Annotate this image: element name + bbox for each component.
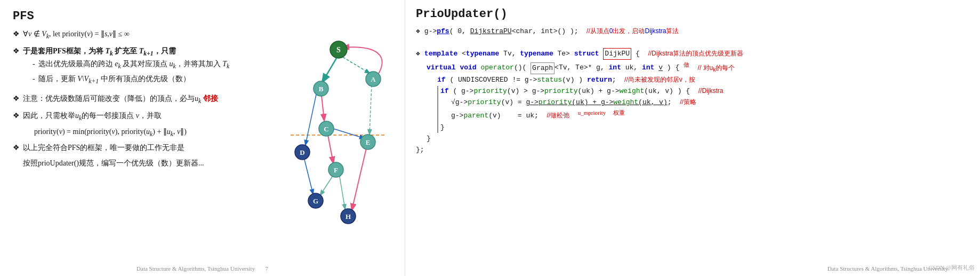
bullet-icon: ❖ [13,142,20,153]
left-panel: PFS ❖ ∀v ∉ Vk, let priority(v) = ‖s,v‖ ≤… [0,0,405,276]
code-line-2: ❖ template <typename Tv, typename Te> st… [416,48,969,60]
code-text: } [440,122,445,133]
code-text: } [427,133,431,144]
left-content: ❖ ∀v ∉ Vk, let priority(v) = ‖s,v‖ ≤ ∞ ❖… [13,28,392,262]
code-text: √g->priority(v) = g->priority(uk) + g->w… [451,97,696,108]
code-line-4: if ( UNDISCOVERED != g->status(v) ) retu… [437,75,969,85]
svg-text:S: S [336,46,341,54]
svg-line-7 [333,129,364,138]
code-line-3: virtual void operator()( Graph<Tv, Te>* … [427,60,969,74]
code-line-7: g->parent(v) = uk; //做松弛 u_mpriority 权重 [451,108,969,121]
bullet-text: 按照prioUpdater()规范，编写一个优先级（数）更新器... [23,157,204,169]
svg-text:B: B [319,85,324,93]
bracket-block: if ( g->priority(v) > g->priority(uk) + … [437,86,969,133]
right-title: PrioUpdater() [416,7,969,21]
code-bullet: ❖ [416,26,420,37]
svg-text:E: E [366,138,371,146]
list-item: ❖ 因此，只需枚举uk的每一邻接顶点 v，并取 [13,110,285,123]
svg-line-8 [352,148,366,210]
bullet-icon: ❖ [13,110,20,121]
sub-list-item: - 随后，更新 V\Vk+1 中所有顶点的优先级（数） [33,74,229,86]
bullet-icon: ❖ [13,45,20,57]
bullet-text: 于是套用PFS框架，为将 Tk 扩充至 Tk+1，只需 - 选出优先级最高的跨边… [23,45,229,89]
svg-line-3 [322,96,324,120]
bullet-text: 以上完全符合PFS的框架，唯一要做的工作无非是 [23,142,184,153]
list-item: ❖ 于是套用PFS框架，为将 Tk 扩充至 Tk+1，只需 - 选出优先级最高的… [13,45,285,89]
list-item: ❖ ∀v ∉ Vk, let priority(v) = ‖s,v‖ ≤ ∞ [13,28,285,41]
svg-text:A: A [371,75,376,83]
svg-text:H: H [346,212,351,220]
code-text: virtual void operator()( Graph<Tv, Te>* … [427,60,735,74]
svg-line-9 [320,177,332,195]
code-line-1: ❖ g->pfs( 0, DijkstraPU<char, int>() ); … [416,26,969,37]
graph-svg: S A B C D E F [285,28,392,236]
list-item: ❖ 按照prioUpdater()规范，编写一个优先级（数）更新器... [13,157,285,169]
watermark: CSDN @网有礼俗 [929,264,975,272]
bullet-text: 因此，只需枚举uk的每一邻接顶点 v，并取 [23,110,162,123]
code-line-5: if ( g->priority(v) > g->priority(uk) + … [440,86,969,97]
svg-text:D: D [300,148,304,156]
right-panel: PrioUpdater() ❖ g->pfs( 0, DijkstraPU<ch… [405,0,980,276]
code-line-6: √g->priority(v) = g->priority(uk) + g->w… [451,97,969,108]
svg-line-1 [323,58,336,82]
left-text-area: ❖ ∀v ∉ Vk, let priority(v) = ‖s,v‖ ≤ ∞ ❖… [13,28,285,262]
code-text: g->pfs( 0, DijkstraPU<char, int>() ); //… [424,26,679,37]
code-line-10: }; [416,145,969,155]
sub-list-item: - 选出优先级最高的跨边 ek 及其对应顶点 uk，并将其加入 Tk [33,59,229,71]
svg-line-10 [340,177,345,209]
list-item: ❖ 注意：优先级数随后可能改变（降低）的顶点，必与uk 邻接 [13,93,285,106]
code-text: }; [416,145,424,155]
svg-line-2 [343,57,369,73]
code-text: if ( UNDISCOVERED != g->status(v) ) retu… [437,75,695,85]
svg-text:F: F [334,166,338,174]
list-item: ❖ 以上完全符合PFS的框架，唯一要做的工作无非是 [13,142,285,153]
code-line-9: } [427,133,969,144]
bullet-text: ∀v ∉ Vk, let priority(v) = ‖s,v‖ ≤ ∞ [23,28,130,41]
code-text: if ( g->priority(v) > g->priority(uk) + … [440,86,723,97]
code-line-8: } [440,122,969,133]
graph-area: S A B C D E F [285,28,392,262]
code-section: ❖ g->pfs( 0, DijkstraPU<char, int>() ); … [416,26,969,155]
bullet-text: 注意：优先级数随后可能改变（降低）的顶点，必与uk 邻接 [23,93,218,106]
code-text: g->parent(v) = uk; //做松弛 u_mpriority 权重 [451,108,625,121]
svg-line-5 [369,85,372,134]
code-text: template <typename Tv, typename Te> stru… [424,48,743,60]
svg-text:C: C [324,125,328,133]
bullet-icon: ❖ [13,93,20,104]
svg-line-4 [306,94,316,145]
formula: priority(v) = min(priority(v), priority(… [34,127,285,138]
svg-text:G: G [313,197,318,205]
bullet-icon: ❖ [13,28,20,40]
code-bullet: ❖ [416,49,420,59]
left-footer: Data Structure & Algorithms, Tsinghua Un… [136,265,268,272]
svg-line-11 [304,160,313,194]
svg-line-6 [328,135,333,163]
footer-text-left: Data Structure & Algorithms, Tsinghua Un… [136,265,268,272]
left-title: PFS [13,10,392,23]
